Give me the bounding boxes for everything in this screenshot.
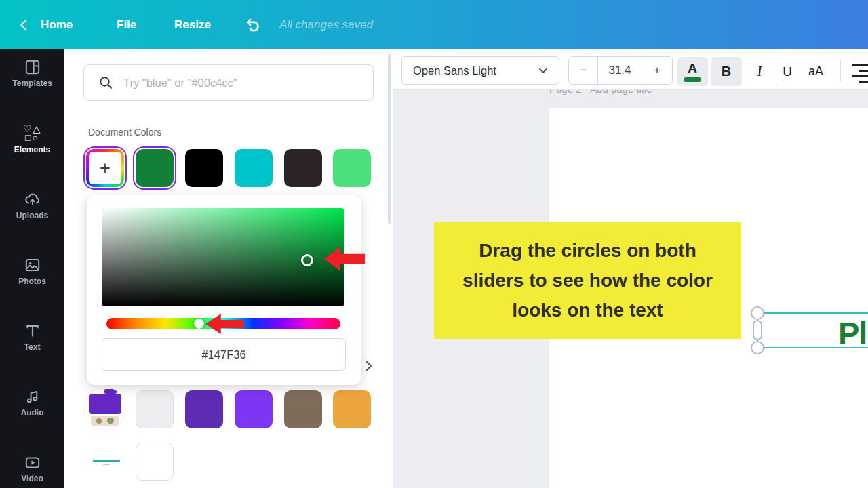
elements-icon: ♡△□○ [0, 125, 64, 142]
sidebar-item-audio[interactable]: Audio [0, 388, 64, 424]
photos-icon [24, 256, 41, 274]
text-icon [24, 322, 41, 340]
font-family-dropdown[interactable]: Open Sans Light [401, 56, 559, 85]
swatch-dark-purple[interactable] [185, 390, 223, 428]
resize-handle-middle-left[interactable] [753, 320, 762, 340]
swatch-black[interactable] [185, 149, 223, 187]
hue-marker-handle[interactable] [194, 319, 204, 329]
save-status-text: All changes saved [279, 0, 373, 49]
selection-border-top [757, 312, 868, 314]
italic-button[interactable]: I [746, 57, 773, 86]
swatch-dark[interactable] [284, 149, 322, 187]
toolbar-divider [840, 60, 841, 81]
video-icon [24, 453, 41, 471]
font-size-stepper: − 31.4 + [568, 56, 673, 85]
swatch-green-selected[interactable] [136, 149, 174, 187]
audio-icon [24, 388, 41, 405]
swatch-orange[interactable] [333, 390, 371, 428]
search-input[interactable] [123, 77, 366, 89]
text-design-thumbnail[interactable] [92, 458, 121, 469]
top-bar: Home File Resize All changes saved [0, 0, 868, 49]
color-search [83, 64, 374, 101]
swatch-taupe[interactable] [284, 390, 322, 428]
text-case-button[interactable]: aA [801, 57, 831, 86]
swatch-light-gray[interactable] [136, 390, 174, 428]
saturation-marker-handle[interactable] [301, 254, 313, 266]
search-icon [98, 75, 114, 91]
undo-icon[interactable] [243, 0, 262, 49]
swatch-purple[interactable] [235, 390, 273, 428]
annotation-arrow-hue [205, 314, 244, 334]
sidebar-item-photos[interactable]: Photos [0, 256, 64, 293]
home-button[interactable]: Home [41, 0, 73, 49]
bold-button[interactable]: B [711, 57, 742, 86]
sidebar-item-elements[interactable]: ♡△□○ Elements [0, 125, 64, 161]
sidebar-item-video[interactable]: Video [0, 453, 64, 488]
add-color-button[interactable]: + [86, 149, 124, 187]
back-chevron-icon[interactable] [18, 0, 30, 49]
plus-icon: + [100, 158, 111, 179]
resize-handle-top-left[interactable] [751, 306, 764, 320]
design-thumbnail[interactable] [84, 388, 126, 430]
panel-scrollbar[interactable] [388, 54, 391, 224]
resize-handle-bottom-left[interactable] [751, 341, 764, 354]
chevron-down-icon [536, 64, 550, 77]
file-menu-button[interactable]: File [117, 0, 136, 49]
color-picker-popup [87, 195, 361, 385]
document-colors-label: Document Colors [88, 127, 161, 138]
text-color-indicator [684, 77, 701, 82]
scroll-right-chevron-icon[interactable] [361, 357, 377, 375]
tutorial-callout: Drag the circles on both sliders to see … [434, 222, 741, 339]
swatch-light-green[interactable] [333, 149, 371, 187]
font-size-value[interactable]: 31.4 [597, 57, 642, 84]
hex-color-input[interactable] [102, 338, 346, 371]
uploads-icon [24, 190, 41, 208]
text-color-button[interactable]: A [677, 57, 708, 86]
decrease-font-size-button[interactable]: − [569, 57, 597, 84]
sidebar-item-uploads[interactable]: Uploads [0, 190, 64, 227]
selected-text-element[interactable]: Pl [838, 314, 867, 352]
text-align-icon[interactable] [852, 64, 868, 86]
resize-button[interactable]: Resize [174, 0, 211, 49]
underline-button[interactable]: U [774, 57, 801, 86]
increase-font-size-button[interactable]: + [642, 57, 672, 84]
left-rail: Templates ♡△□○ Elements Uploads Photos [0, 49, 64, 488]
sidebar-item-templates[interactable]: Templates [0, 58, 64, 95]
app-window: Home File Resize All changes saved Templ… [0, 0, 868, 488]
font-name-label: Open Sans Light [413, 64, 536, 77]
swatch-white[interactable] [136, 443, 174, 481]
templates-icon [24, 58, 41, 76]
swatch-teal[interactable] [235, 149, 273, 187]
sidebar-item-text[interactable]: Text [0, 322, 64, 359]
text-toolbar: Open Sans Light − 31.4 + A B I U aA [393, 49, 868, 90]
